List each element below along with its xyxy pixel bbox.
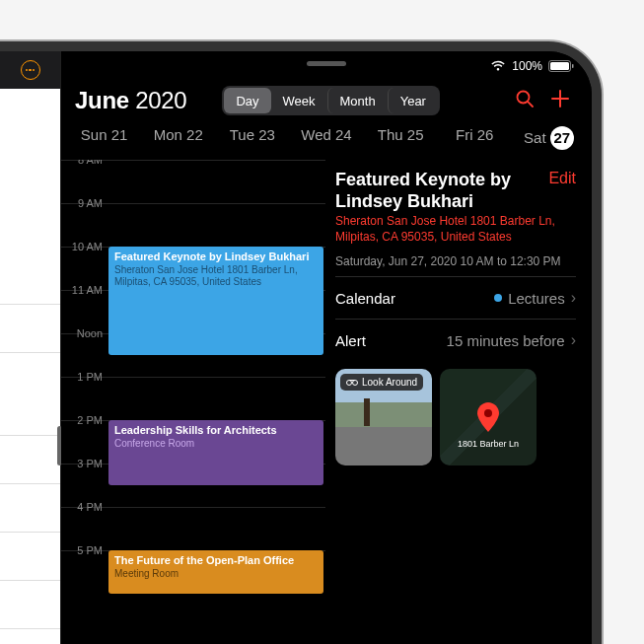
calendar-app: 100% June 2020 Day Week Month Year <box>61 51 592 644</box>
page-title: June 2020 <box>75 87 186 114</box>
calendar-content: 8 AM 9 AM 10 AM 11 AM Noon 1 PM 2 PM 3 P… <box>61 160 592 644</box>
hour-9am: 9 AM <box>63 197 103 209</box>
event-location: Meeting Room <box>114 568 318 580</box>
hour-4pm: 4 PM <box>63 501 103 513</box>
view-year[interactable]: Year <box>388 88 438 113</box>
day-sun[interactable]: Sun 21 <box>69 126 139 150</box>
binoculars-icon <box>346 377 358 388</box>
hour-10am: 10 AM <box>63 241 103 252</box>
svg-point-7 <box>347 381 352 386</box>
month-label: June <box>75 87 129 113</box>
view-selector[interactable]: Day Week Month Year <box>222 86 440 115</box>
view-month[interactable]: Month <box>327 88 388 113</box>
more-icon[interactable] <box>21 60 40 80</box>
row-value: Lectures <box>508 290 565 307</box>
day-fri[interactable]: Fri 26 <box>440 126 510 150</box>
row-label: Alert <box>335 332 366 349</box>
hour-11am: 11 AM <box>63 284 103 296</box>
map-previews: Look Around 1801 Barber Ln <box>335 369 576 465</box>
day-wed[interactable]: Wed 24 <box>291 126 361 150</box>
day-thu[interactable]: Thu 25 <box>366 126 436 150</box>
detail-datetime: Saturday, Jun 27, 2020 10 AM to 12:30 PM <box>335 254 576 268</box>
svg-point-8 <box>353 381 358 386</box>
chevron-right-icon: › <box>571 331 576 349</box>
svg-rect-1 <box>550 62 569 70</box>
wifi-icon <box>490 60 506 72</box>
event-openplan[interactable]: The Future of the Open-Plan Office Meeti… <box>108 550 323 594</box>
week-day-selector: Sun 21 Mon 22 Tue 23 Wed 24 Thu 25 Fri 2… <box>61 124 592 160</box>
event-detail-panel: Edit Featured Keynote by Lindsey Bukhari… <box>325 160 592 644</box>
hour-2pm: 2 PM <box>63 414 103 426</box>
detail-alert-row[interactable]: Alert 15 minutes before › <box>335 319 576 361</box>
view-day[interactable]: Day <box>224 88 270 113</box>
calendar-color-dot <box>494 294 502 302</box>
hour-5pm: 5 PM <box>63 544 103 556</box>
multitask-indicator[interactable] <box>307 61 346 66</box>
hour-noon: Noon <box>63 327 103 339</box>
edit-button[interactable]: Edit <box>548 170 576 187</box>
day-timeline[interactable]: 8 AM 9 AM 10 AM 11 AM Noon 1 PM 2 PM 3 P… <box>61 160 325 644</box>
event-title: The Future of the Open-Plan Office <box>114 554 318 567</box>
event-title: Leadership Skills for Architects <box>114 424 318 437</box>
notes-content <box>0 89 60 644</box>
battery-icon <box>548 60 574 72</box>
year-label: 2020 <box>135 87 186 113</box>
add-event-icon[interactable] <box>542 89 578 112</box>
ipad-frame: 100% June 2020 Day Week Month Year <box>0 51 592 644</box>
look-around-tile[interactable]: Look Around <box>335 369 432 465</box>
hour-1pm: 1 PM <box>63 371 103 383</box>
day-sat[interactable]: Sat 27 <box>514 126 584 150</box>
day-tue[interactable]: Tue 23 <box>217 126 287 150</box>
event-location: Conference Room <box>114 438 318 450</box>
notes-toolbar <box>0 51 60 89</box>
svg-rect-2 <box>572 64 574 68</box>
day-mon[interactable]: Mon 22 <box>143 126 213 150</box>
chevron-right-icon: › <box>571 289 576 307</box>
map-pin-icon <box>477 402 499 432</box>
row-value: 15 minutes before <box>447 332 565 349</box>
detail-title: Featured Keynote by Lindsey Bukhari <box>335 170 576 212</box>
map-tile[interactable]: 1801 Barber Ln <box>440 369 537 465</box>
hour-3pm: 3 PM <box>63 458 103 469</box>
event-location: Sheraton San Jose Hotel 1801 Barber Ln, … <box>114 264 318 288</box>
detail-location: Sheraton San Jose Hotel 1801 Barber Ln, … <box>335 214 576 245</box>
event-leadership[interactable]: Leadership Skills for Architects Confere… <box>108 420 323 485</box>
event-keynote[interactable]: Featured Keynote by Lindsey Bukhari Sher… <box>108 247 323 355</box>
search-icon[interactable] <box>507 89 542 112</box>
svg-line-4 <box>528 102 533 107</box>
split-view-left-app <box>0 51 61 644</box>
svg-point-9 <box>484 409 492 417</box>
detail-calendar-row[interactable]: Calendar Lectures › <box>335 276 576 319</box>
battery-percent: 100% <box>512 59 542 73</box>
look-around-badge: Look Around <box>340 374 423 391</box>
view-week[interactable]: Week <box>271 88 327 113</box>
hour-8am: 8 AM <box>63 160 103 166</box>
event-title: Featured Keynote by Lindsey Bukhari <box>114 250 318 263</box>
map-pin-label: 1801 Barber Ln <box>440 440 537 450</box>
row-label: Calendar <box>335 290 395 307</box>
calendar-nav: June 2020 Day Week Month Year <box>61 77 592 124</box>
